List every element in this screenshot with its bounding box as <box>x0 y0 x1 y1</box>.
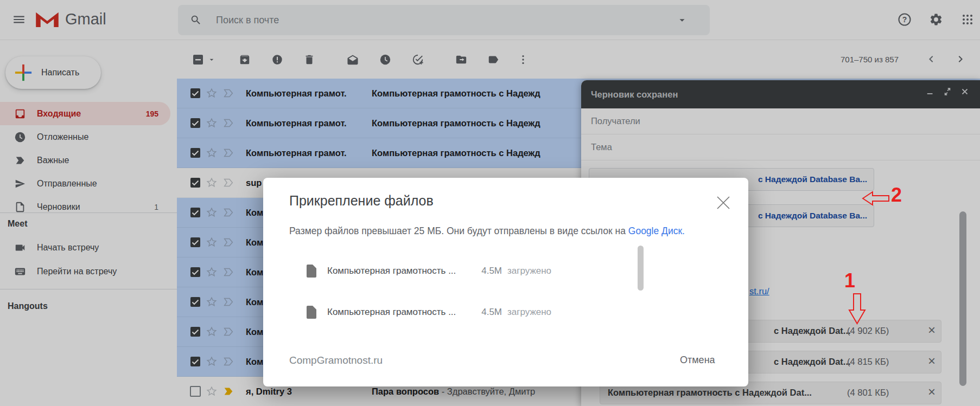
file-status: загружено <box>507 266 551 276</box>
file-size: 4.5M <box>478 266 502 276</box>
file-status: загружено <box>507 307 551 318</box>
cancel-button[interactable]: Отмена <box>680 355 715 366</box>
file-icon <box>307 306 316 319</box>
annotation-2-number: 2 <box>891 185 902 205</box>
dialog-message: Размер файлов превышает 25 МБ. Они будут… <box>289 225 685 237</box>
watermark-site: CompGramotnost.ru <box>289 355 383 366</box>
dialog-close-icon[interactable] <box>716 195 731 210</box>
dialog-file-row: Компьютерная грамотность ...4.5Mзагружен… <box>289 300 551 324</box>
gmail-app: Gmail Поиск в почте ? Написать Входящие1… <box>0 0 980 406</box>
dialog-file-row: Компьютерная грамотность ...4.5Mзагружен… <box>289 259 551 283</box>
attach-files-dialog: Прикрепление файлов Размер файлов превыш… <box>263 178 748 386</box>
left-arrow-icon <box>862 190 890 207</box>
annotation-1: 1 <box>843 271 876 331</box>
dialog-scrollbar[interactable] <box>638 246 644 291</box>
annotation-1-number: 1 <box>844 271 855 291</box>
dialog-title: Прикрепление файлов <box>289 193 434 209</box>
annotation-2: 2 <box>862 184 911 208</box>
google-drive-link[interactable]: Google Диск. <box>628 225 685 236</box>
file-size: 4.5M <box>478 307 502 318</box>
file-icon <box>307 265 316 278</box>
down-arrow-icon <box>848 293 866 325</box>
file-name: Компьютерная грамотность ... <box>327 266 468 276</box>
dialog-message-text: Размер файлов превышает 25 МБ. Они будут… <box>289 225 628 236</box>
file-name: Компьютерная грамотность ... <box>327 307 468 318</box>
